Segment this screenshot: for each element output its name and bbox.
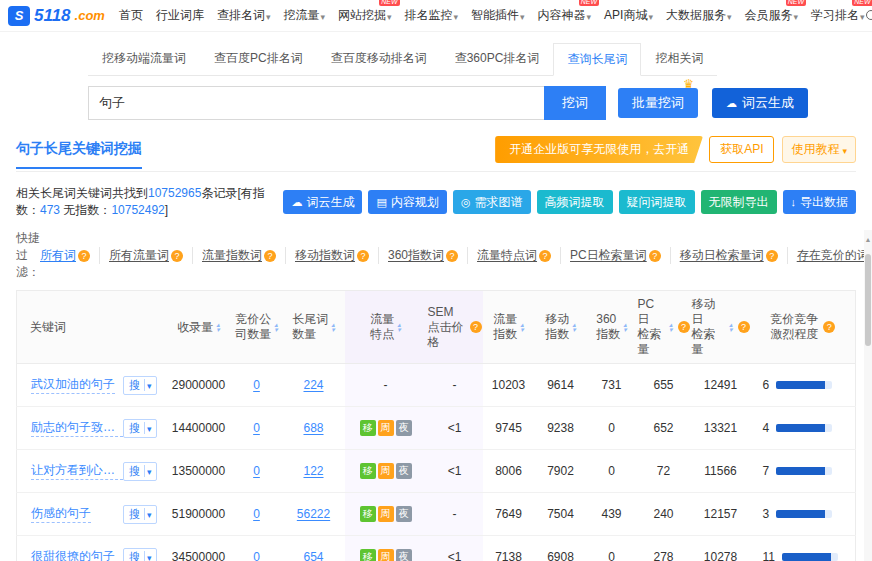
column-header[interactable]: 移动 指数 ▴▾ (535, 291, 587, 364)
column-header[interactable]: 竞价竞争 激烈程度 ? (751, 291, 856, 364)
batch-dig-button[interactable]: ♛ 批量挖词 (618, 88, 698, 118)
keyword-link[interactable]: 让对方看到心疼的句子 (31, 462, 123, 480)
sort-icon[interactable]: ▴▾ (274, 322, 278, 332)
nav-item[interactable]: 挖流量 (283, 7, 325, 24)
nav-item[interactable]: 智能插件 (471, 7, 525, 24)
mini-search-dropdown[interactable]: 搜 (123, 419, 157, 438)
sort-icon[interactable]: ▴▾ (572, 322, 576, 332)
column-header[interactable]: 流量 指数 ▴▾ (483, 291, 535, 364)
longtail-count-link[interactable]: 56222 (297, 507, 330, 521)
tool-tab[interactable]: 挖相关词 (641, 42, 717, 75)
nav-item[interactable]: 排名监控 (405, 7, 459, 24)
help-icon[interactable]: ? (823, 321, 835, 333)
sort-icon[interactable]: ▴▾ (216, 322, 220, 332)
mini-search-dropdown[interactable]: 搜 (123, 376, 157, 395)
column-header[interactable]: SEM 点击价格 ? (427, 291, 483, 364)
nav-item[interactable]: 首页 (119, 7, 143, 24)
nav-item[interactable]: API商城 (604, 7, 653, 24)
longtail-count-link[interactable]: 688 (303, 421, 323, 435)
bid-companies-link[interactable]: 0 (253, 378, 260, 392)
longtail-count-link[interactable]: 654 (303, 550, 323, 561)
vertical-scrollbar[interactable]: ▲ (864, 230, 872, 561)
nav-item[interactable]: 查排名词 (217, 7, 271, 24)
keyword-link[interactable]: 很甜很撩的句子 (31, 548, 115, 561)
tool-tab[interactable]: 挖移动端流量词 (88, 42, 200, 75)
help-icon[interactable]: ? (357, 250, 369, 262)
bid-companies-link[interactable]: 0 (253, 507, 260, 521)
action-button[interactable]: 疑问词提取 (619, 190, 695, 214)
quick-filter-link[interactable]: 所有流量词 ? (109, 247, 193, 264)
keyword-link[interactable]: 武汉加油的句子 (31, 376, 115, 394)
mini-search-dropdown[interactable]: 搜 (123, 505, 157, 524)
quick-filter-link[interactable]: 移动指数词 ? (295, 247, 379, 264)
sort-icon[interactable]: ▴▾ (729, 322, 733, 332)
quick-filter-link[interactable]: PC日检索量词 ? (570, 247, 671, 264)
column-header[interactable]: 关键词 (17, 291, 167, 364)
column-header[interactable]: 流量 特点 ▴▾ (345, 291, 427, 364)
quick-filter-link[interactable]: 移动日检索量词 ? (680, 247, 788, 264)
quick-filter-link[interactable]: 流量特点词 ? (477, 247, 561, 264)
nav-item[interactable]: 网站挖掘 NEW (338, 7, 392, 24)
sort-icon[interactable]: ▴▾ (397, 322, 401, 332)
column-header[interactable]: 长尾词 数量 ▴▾ (283, 291, 345, 364)
tool-tab[interactable]: 查询长尾词 (553, 43, 641, 76)
nav-item-label: 学习排名 (811, 7, 859, 24)
keyword-link[interactable]: 励志的句子致自己简短 (31, 419, 123, 437)
help-icon[interactable]: ? (470, 321, 482, 333)
help-icon[interactable]: ? (649, 250, 661, 262)
search-icon[interactable] (865, 9, 872, 23)
tool-tab[interactable]: 查百度移动排名词 (317, 42, 441, 75)
nav-item[interactable]: 行业词库 (156, 7, 204, 24)
keyword-link[interactable]: 伤感的句子 (31, 505, 91, 523)
bid-companies-link[interactable]: 0 (253, 421, 260, 435)
longtail-count-link[interactable]: 122 (303, 464, 323, 478)
dig-words-button[interactable]: 挖词 (544, 86, 606, 120)
help-icon[interactable]: ? (766, 250, 778, 262)
help-icon[interactable]: ? (446, 250, 458, 262)
action-button[interactable]: ◎ 需求图谱 (453, 190, 531, 214)
help-icon[interactable]: ? (264, 250, 276, 262)
help-icon[interactable]: ? (78, 250, 90, 262)
column-header[interactable]: 移动日 检索量 ▴▾ ? (691, 291, 751, 364)
longtail-count-link[interactable]: 224 (303, 378, 323, 392)
tutorial-button[interactable]: 使用教程 (782, 136, 856, 163)
quick-filter-link[interactable]: 360指数词 ? (388, 247, 468, 264)
action-button[interactable]: 无限制导出 (701, 190, 777, 214)
help-icon[interactable]: ? (171, 250, 183, 262)
column-header[interactable]: 360 指数 ▴▾ (587, 291, 637, 364)
enterprise-upgrade-banner[interactable]: 开通企业版可享无限使用，去开通 (495, 136, 703, 163)
nav-item[interactable]: 大数据服务 (666, 7, 732, 24)
sort-icon[interactable]: ▴▾ (623, 322, 627, 332)
keyword-search-input[interactable] (88, 86, 544, 120)
nav-item[interactable]: 学习排名 NEW (811, 7, 865, 24)
mini-search-dropdown[interactable]: 搜 (123, 548, 157, 561)
tool-tab[interactable]: 查360PC排名词 (441, 42, 554, 75)
quick-filter-link[interactable]: 存在竞价的词 ? (797, 247, 872, 264)
scrollbar-up-arrow[interactable]: ▲ (864, 236, 872, 243)
quick-filter-link[interactable]: 流量指数词 ? (202, 247, 286, 264)
help-icon[interactable]: ? (539, 250, 551, 262)
bid-companies-link[interactable]: 0 (253, 550, 260, 561)
mini-search-dropdown[interactable]: 搜 (123, 462, 157, 481)
scrollbar-thumb[interactable] (865, 254, 871, 346)
quick-filter-link[interactable]: 所有词 ? (40, 247, 100, 264)
sort-icon[interactable]: ▴▾ (520, 322, 524, 332)
tool-tab[interactable]: 查百度PC排名词 (200, 42, 317, 75)
help-icon[interactable]: ? (738, 321, 750, 333)
action-button[interactable]: ☁ 词云生成 (283, 190, 362, 214)
nav-item[interactable]: 内容神器 NEW (538, 7, 592, 24)
help-icon[interactable]: ? (678, 321, 690, 333)
word-cloud-button[interactable]: ☁ 词云生成 (712, 88, 808, 118)
sort-icon[interactable]: ▴▾ (331, 322, 335, 332)
sort-icon[interactable]: ▴▾ (669, 322, 673, 332)
get-api-button[interactable]: 获取API (709, 136, 774, 163)
logo[interactable]: S 5118 .com (8, 6, 105, 26)
column-header[interactable]: PC日 检索量 ▴▾ ? (637, 291, 691, 364)
column-header[interactable]: 竞价公 司数量 ▴▾ (231, 291, 283, 364)
action-button[interactable]: 高频词提取 (537, 190, 613, 214)
bid-companies-link[interactable]: 0 (253, 464, 260, 478)
action-button[interactable]: ↓ 导出数据 (783, 190, 857, 214)
column-header[interactable]: 收录量 ▴▾ (167, 291, 231, 364)
nav-item[interactable]: 会员服务 NEW (745, 7, 799, 24)
action-button[interactable]: ▤ 内容规划 (368, 190, 446, 214)
